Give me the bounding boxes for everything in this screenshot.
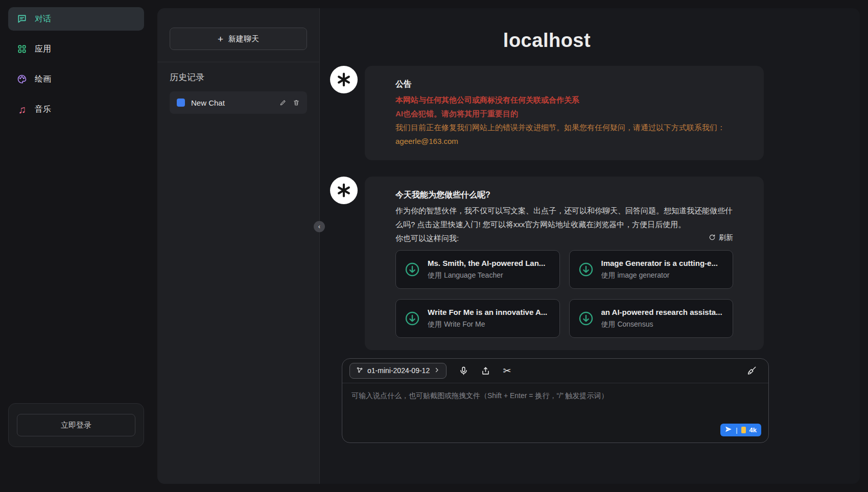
suggestion-title: Image Generator is a cutting-e... xyxy=(601,258,718,268)
hint-row: 你也可以这样问我: 刷新 xyxy=(395,231,733,245)
assistant-message-announcement: 公告 本网站与任何其他公司或商标没有任何关联或合作关系 AI也会犯错。请勿将其用… xyxy=(330,66,764,160)
upload-button[interactable] xyxy=(481,366,490,376)
suggestion-grid: Ms. Smith, the AI-powered Lan... 使用 Lang… xyxy=(395,250,733,338)
chat-bubble-icon xyxy=(16,13,28,24)
chevron-right-icon xyxy=(434,366,440,375)
login-panel: 立即登录 xyxy=(8,403,144,447)
palette-icon xyxy=(16,73,28,85)
greeting-bubble: 今天我能为您做些什么呢? 作为你的智慧伙伴，我不仅可以写文案、出点子，还可以和你… xyxy=(365,177,764,350)
hint-text: 你也可以这样问我: xyxy=(395,231,459,245)
sidebar-item-label: 绘画 xyxy=(35,74,51,85)
model-name: o1-mini-2024-09-12 xyxy=(367,366,430,375)
suggestion-subtitle: 使用 image generator xyxy=(601,270,718,280)
refresh-suggestions-button[interactable]: 刷新 xyxy=(709,233,733,242)
new-chat-button[interactable]: + 新建聊天 xyxy=(170,28,307,50)
collapse-panel-button[interactable]: ‹ xyxy=(314,221,325,232)
send-token-badge[interactable]: | 4k xyxy=(720,424,761,436)
model-selector[interactable]: o1-mini-2024-09-12 xyxy=(349,363,447,379)
chat-main: localhost 公告 本网站与任何其他公司或商标没有任何关联或合作关系 AI… xyxy=(320,8,860,484)
sidebar-item-label: 应用 xyxy=(35,44,51,55)
suggestion-card[interactable]: Write For Me is an innovative A... 使用 Wr… xyxy=(395,299,560,338)
delete-icon[interactable] xyxy=(293,99,300,106)
suggestion-title: Ms. Smith, the AI-powered Lan... xyxy=(428,258,545,268)
suggestion-subtitle: 使用 Consensus xyxy=(601,319,722,329)
refresh-icon xyxy=(709,234,716,242)
sidebar: 对话 应用 绘画 ♫ 音乐 立即登录 xyxy=(0,0,153,492)
assistant-avatar xyxy=(330,177,358,204)
refresh-label: 刷新 xyxy=(719,233,733,242)
arrow-down-circle-icon xyxy=(404,261,420,278)
send-icon xyxy=(725,426,732,434)
token-battery-icon xyxy=(741,427,746,433)
composer-input-area: | 4k xyxy=(342,383,768,442)
greeting-heading: 今天我能为您做些什么呢? xyxy=(395,188,733,203)
chat-item-title: New Chat xyxy=(191,99,273,107)
suggestion-card[interactable]: Ms. Smith, the AI-powered Lan... 使用 Lang… xyxy=(395,250,560,289)
new-chat-label: 新建聊天 xyxy=(228,34,259,44)
app-window: 对话 应用 绘画 ♫ 音乐 立即登录 xyxy=(0,0,868,492)
sidebar-item-label: 对话 xyxy=(35,14,51,24)
page-title: localhost xyxy=(330,30,764,52)
announcement-line: 我们目前正在修复我们网站上的错误并改进细节。如果您有任何疑问，请通过以下方式联系… xyxy=(395,120,733,134)
contact-email-link[interactable]: ageerle@163.com xyxy=(395,134,458,148)
chat-avatar-icon xyxy=(177,99,185,107)
composer-toolbar: o1-mini-2024-09-12 ✂ xyxy=(342,359,768,383)
suggestion-card[interactable]: an AI-powered research assista... 使用 Con… xyxy=(569,299,734,338)
composer: o1-mini-2024-09-12 ✂ xyxy=(342,358,769,443)
announcement-line: AI也会犯错。请勿将其用于重要目的 xyxy=(395,107,733,120)
suggestion-title: Write For Me is an innovative A... xyxy=(428,307,547,317)
announcement-bubble: 公告 本网站与任何其他公司或商标没有任何关联或合作关系 AI也会犯错。请勿将其用… xyxy=(365,66,764,160)
sidebar-item-chat[interactable]: 对话 xyxy=(8,7,144,31)
badge-separator: | xyxy=(736,426,737,434)
suggestion-title: an AI-powered research assista... xyxy=(601,307,722,317)
message-input[interactable] xyxy=(342,383,768,442)
sidebar-item-label: 音乐 xyxy=(35,104,51,115)
music-note-icon: ♫ xyxy=(16,104,28,115)
chat-item-actions xyxy=(279,99,300,106)
chat-list-item[interactable]: New Chat xyxy=(170,91,307,114)
sidebar-item-music[interactable]: ♫ 音乐 xyxy=(8,97,144,121)
assistant-message-greeting: 今天我能为您做些什么呢? 作为你的智慧伙伴，我不仅可以写文案、出点子，还可以和你… xyxy=(330,177,764,350)
token-count: 4k xyxy=(749,426,757,434)
arrow-down-circle-icon xyxy=(578,261,594,278)
announcement-heading: 公告 xyxy=(395,77,733,92)
sidebar-item-drawing[interactable]: 绘画 xyxy=(8,67,144,91)
arrow-down-circle-icon xyxy=(404,310,420,327)
announcement-line: 本网站与任何其他公司或商标没有任何关联或合作关系 xyxy=(395,93,733,107)
edit-icon[interactable] xyxy=(279,99,287,106)
suggestion-subtitle: 使用 Language Teacher xyxy=(428,270,545,280)
history-title: 历史记录 xyxy=(170,71,307,83)
apps-grid-icon xyxy=(16,43,28,55)
suggestion-card[interactable]: Image Generator is a cutting-e... 使用 ima… xyxy=(569,250,734,289)
sidebar-item-apps[interactable]: 应用 xyxy=(8,37,144,61)
openai-logo-icon xyxy=(336,71,352,88)
workspace: + 新建聊天 历史记录 New Chat ‹ loc xyxy=(157,8,860,484)
microphone-button[interactable] xyxy=(459,366,468,376)
greeting-body: 作为你的智慧伙伴，我不仅可以写文案、出点子，还可以和你聊天、回答问题。想知道我还… xyxy=(395,204,733,231)
scissors-icon[interactable]: ✂ xyxy=(503,365,511,377)
openai-logo-icon xyxy=(336,182,352,199)
divider xyxy=(157,62,319,62)
sidebar-nav: 对话 应用 绘画 ♫ 音乐 xyxy=(8,7,144,128)
login-button[interactable]: 立即登录 xyxy=(17,414,135,436)
chat-list-panel: + 新建聊天 历史记录 New Chat xyxy=(157,8,320,484)
assistant-avatar xyxy=(330,66,358,93)
suggestion-subtitle: 使用 Write For Me xyxy=(428,319,547,329)
model-icon xyxy=(356,366,363,375)
arrow-down-circle-icon xyxy=(578,310,594,327)
plus-icon: + xyxy=(218,34,223,44)
clear-context-broom-icon[interactable] xyxy=(747,365,757,376)
